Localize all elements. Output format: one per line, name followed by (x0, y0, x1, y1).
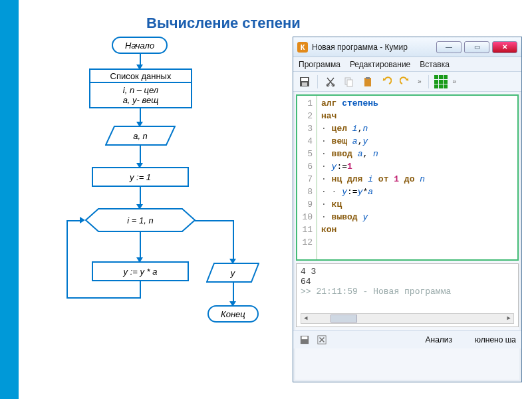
scroll-left-icon[interactable]: ◄ (301, 314, 311, 323)
data-line1: i, n – цел (123, 85, 158, 95)
save-icon[interactable] (297, 74, 312, 89)
menu-edit[interactable]: Редактирование (350, 60, 410, 69)
horizontal-scrollbar[interactable]: ◄ ► (301, 313, 514, 324)
undo-icon[interactable] (379, 74, 394, 89)
toolbar-overflow-1[interactable]: » (416, 78, 423, 85)
slide-accent-bar (0, 0, 19, 399)
paste-icon[interactable] (360, 74, 375, 89)
loop-header-label: i = 1, n (127, 215, 153, 225)
status-done: юлнено ша (475, 335, 516, 344)
minimize-button[interactable]: — (436, 41, 462, 53)
io-output: y (206, 263, 259, 283)
line-gutter: 123456789101112 (297, 96, 317, 259)
grid-icon[interactable] (434, 75, 448, 88)
terminal-end-label: Конец (221, 309, 245, 319)
code-editor[interactable]: 123456789101112 алг степеньнач· цел i,n·… (296, 94, 519, 261)
kumir-window: К Новая программа - Кумир — ▭ ✕ Программ… (293, 37, 522, 382)
maximize-button[interactable]: ▭ (464, 41, 489, 53)
cut-icon[interactable] (323, 74, 338, 89)
menu-program[interactable]: Программа (299, 60, 340, 69)
data-header-label: Список данных (110, 71, 172, 81)
data-box-header: Список данных (89, 68, 192, 83)
flowchart: Начало Список данных i, n – цел a, y- ве… (40, 37, 259, 396)
menu-insert[interactable]: Вставка (420, 60, 450, 69)
svg-rect-13 (302, 336, 308, 338)
app-icon: К (297, 42, 308, 53)
terminal-start: Начало (112, 37, 168, 54)
io-output-label: y (231, 268, 235, 278)
toolbar-overflow-2[interactable]: » (452, 78, 458, 85)
window-title: Новая программа - Кумир (312, 43, 408, 52)
statusbar: Анализ юлнено ша (293, 330, 521, 348)
io-input-label: a, n (133, 131, 148, 141)
svg-rect-5 (302, 82, 307, 86)
status-cancel-icon[interactable] (316, 334, 328, 346)
process-init-label: y := 1 (130, 172, 151, 182)
svg-rect-11 (366, 77, 370, 79)
titlebar[interactable]: К Новая программа - Кумир — ▭ ✕ (293, 37, 521, 57)
svg-rect-4 (301, 78, 308, 81)
loop-header: i = 1, n (85, 208, 196, 232)
page-title: Вычисление степени (146, 15, 301, 32)
console-output-line: 64 (301, 277, 514, 287)
data-line2: a, y- вещ (123, 95, 159, 105)
svg-rect-9 (347, 80, 352, 86)
scroll-thumb[interactable] (331, 315, 357, 323)
process-body: y := y * a (92, 261, 189, 281)
toolbar: » » (293, 72, 521, 92)
close-button[interactable]: ✕ (492, 41, 517, 53)
redo-icon[interactable] (398, 74, 412, 89)
status-analysis[interactable]: Анализ (426, 335, 453, 344)
process-body-label: y := y * a (124, 267, 158, 277)
console-input-line: 4 3 (301, 267, 514, 277)
console-prompt-line: >> 21:11:59 - Новая программа (301, 287, 514, 297)
terminal-start-label: Начало (125, 41, 154, 51)
menubar: Программа Редактирование Вставка (293, 57, 521, 72)
terminal-end: Конец (207, 305, 259, 323)
scroll-right-icon[interactable]: ► (504, 314, 513, 323)
process-init: y := 1 (92, 167, 189, 187)
code-area[interactable]: алг степеньнач· цел i,n· вещ a,y· ввод a… (317, 96, 517, 259)
output-console[interactable]: 4 3 64 >> 21:11:59 - Новая программа ◄ ► (296, 263, 519, 327)
copy-icon[interactable] (342, 74, 356, 89)
data-box-body: i, n – цел a, y- вещ (89, 83, 192, 108)
status-save-icon[interactable] (299, 334, 311, 346)
io-input: a, n (105, 126, 176, 146)
